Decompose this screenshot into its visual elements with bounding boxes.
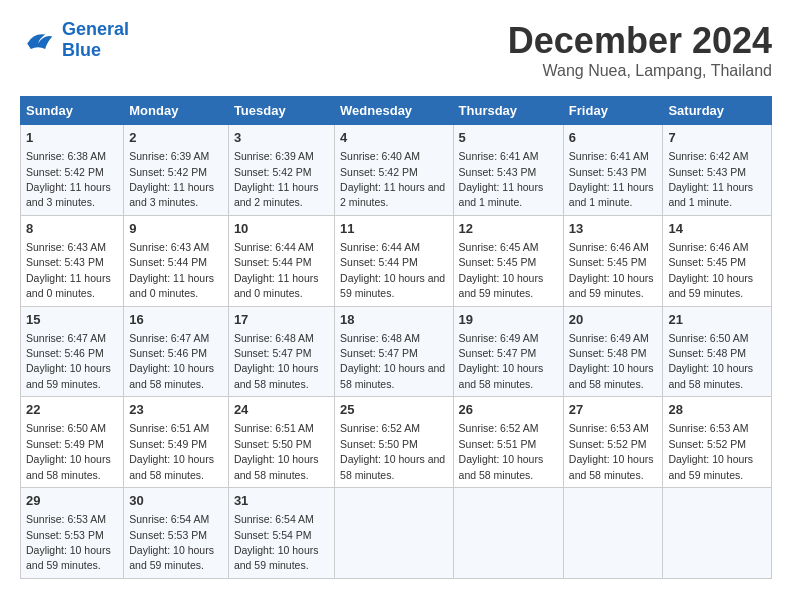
day-number: 6 [569,129,658,147]
calendar-cell [453,488,563,579]
sunrise-text: Sunrise: 6:54 AM [129,513,209,525]
daylight-text: Daylight: 10 hours and 58 minutes. [234,362,319,389]
day-number: 17 [234,311,329,329]
calendar-cell [563,488,663,579]
sunrise-text: Sunrise: 6:46 AM [668,241,748,253]
calendar-cell: 4 Sunrise: 6:40 AM Sunset: 5:42 PM Dayli… [335,125,453,216]
col-header-saturday: Saturday [663,97,772,125]
sunrise-text: Sunrise: 6:43 AM [129,241,209,253]
sunset-text: Sunset: 5:44 PM [234,256,312,268]
sunrise-text: Sunrise: 6:48 AM [234,332,314,344]
calendar-cell: 12 Sunrise: 6:45 AM Sunset: 5:45 PM Dayl… [453,215,563,306]
day-number: 22 [26,401,118,419]
calendar-cell: 8 Sunrise: 6:43 AM Sunset: 5:43 PM Dayli… [21,215,124,306]
page-header: General Blue December 2024 Wang Nuea, La… [20,20,772,80]
calendar-cell: 1 Sunrise: 6:38 AM Sunset: 5:42 PM Dayli… [21,125,124,216]
day-number: 16 [129,311,223,329]
daylight-text: Daylight: 10 hours and 59 minutes. [459,272,544,299]
calendar-cell: 19 Sunrise: 6:49 AM Sunset: 5:47 PM Dayl… [453,306,563,397]
sunrise-text: Sunrise: 6:53 AM [569,422,649,434]
calendar-cell: 5 Sunrise: 6:41 AM Sunset: 5:43 PM Dayli… [453,125,563,216]
day-number: 4 [340,129,447,147]
sunset-text: Sunset: 5:47 PM [234,347,312,359]
day-number: 23 [129,401,223,419]
daylight-text: Daylight: 10 hours and 58 minutes. [129,453,214,480]
calendar-cell [663,488,772,579]
logo-blue: Blue [62,40,129,61]
sunrise-text: Sunrise: 6:48 AM [340,332,420,344]
sunset-text: Sunset: 5:45 PM [668,256,746,268]
sunrise-text: Sunrise: 6:44 AM [234,241,314,253]
calendar-cell: 24 Sunrise: 6:51 AM Sunset: 5:50 PM Dayl… [228,397,334,488]
day-number: 12 [459,220,558,238]
day-number: 31 [234,492,329,510]
col-header-sunday: Sunday [21,97,124,125]
calendar-cell: 16 Sunrise: 6:47 AM Sunset: 5:46 PM Dayl… [124,306,229,397]
week-row-5: 29 Sunrise: 6:53 AM Sunset: 5:53 PM Dayl… [21,488,772,579]
logo: General Blue [20,20,129,61]
daylight-text: Daylight: 10 hours and 59 minutes. [234,544,319,571]
sunset-text: Sunset: 5:42 PM [129,166,207,178]
sunrise-text: Sunrise: 6:50 AM [668,332,748,344]
sunrise-text: Sunrise: 6:52 AM [340,422,420,434]
sunset-text: Sunset: 5:54 PM [234,529,312,541]
daylight-text: Daylight: 11 hours and 0 minutes. [26,272,111,299]
calendar-header-row: SundayMondayTuesdayWednesdayThursdayFrid… [21,97,772,125]
calendar-cell: 18 Sunrise: 6:48 AM Sunset: 5:47 PM Dayl… [335,306,453,397]
sunset-text: Sunset: 5:42 PM [26,166,104,178]
sunrise-text: Sunrise: 6:47 AM [26,332,106,344]
calendar-cell: 17 Sunrise: 6:48 AM Sunset: 5:47 PM Dayl… [228,306,334,397]
sunset-text: Sunset: 5:52 PM [569,438,647,450]
sunset-text: Sunset: 5:48 PM [569,347,647,359]
sunset-text: Sunset: 5:53 PM [129,529,207,541]
daylight-text: Daylight: 11 hours and 2 minutes. [340,181,445,208]
daylight-text: Daylight: 10 hours and 59 minutes. [569,272,654,299]
logo-text: General Blue [62,20,129,61]
calendar-cell: 10 Sunrise: 6:44 AM Sunset: 5:44 PM Dayl… [228,215,334,306]
day-number: 15 [26,311,118,329]
sunset-text: Sunset: 5:49 PM [129,438,207,450]
sunset-text: Sunset: 5:47 PM [340,347,418,359]
calendar-cell: 29 Sunrise: 6:53 AM Sunset: 5:53 PM Dayl… [21,488,124,579]
day-number: 11 [340,220,447,238]
calendar-cell: 11 Sunrise: 6:44 AM Sunset: 5:44 PM Dayl… [335,215,453,306]
day-number: 14 [668,220,766,238]
sunrise-text: Sunrise: 6:43 AM [26,241,106,253]
calendar-cell: 26 Sunrise: 6:52 AM Sunset: 5:51 PM Dayl… [453,397,563,488]
daylight-text: Daylight: 10 hours and 59 minutes. [129,544,214,571]
sunset-text: Sunset: 5:50 PM [234,438,312,450]
sunset-text: Sunset: 5:42 PM [340,166,418,178]
col-header-friday: Friday [563,97,663,125]
location-subtitle: Wang Nuea, Lampang, Thailand [508,62,772,80]
col-header-tuesday: Tuesday [228,97,334,125]
daylight-text: Daylight: 10 hours and 58 minutes. [668,362,753,389]
calendar-cell: 6 Sunrise: 6:41 AM Sunset: 5:43 PM Dayli… [563,125,663,216]
sunset-text: Sunset: 5:43 PM [26,256,104,268]
day-number: 26 [459,401,558,419]
daylight-text: Daylight: 10 hours and 59 minutes. [26,544,111,571]
day-number: 1 [26,129,118,147]
daylight-text: Daylight: 11 hours and 3 minutes. [129,181,214,208]
sunrise-text: Sunrise: 6:49 AM [569,332,649,344]
sunrise-text: Sunrise: 6:45 AM [459,241,539,253]
day-number: 5 [459,129,558,147]
calendar-cell: 25 Sunrise: 6:52 AM Sunset: 5:50 PM Dayl… [335,397,453,488]
day-number: 9 [129,220,223,238]
daylight-text: Daylight: 10 hours and 58 minutes. [459,362,544,389]
sunset-text: Sunset: 5:46 PM [129,347,207,359]
col-header-monday: Monday [124,97,229,125]
calendar-cell: 20 Sunrise: 6:49 AM Sunset: 5:48 PM Dayl… [563,306,663,397]
sunrise-text: Sunrise: 6:51 AM [234,422,314,434]
week-row-4: 22 Sunrise: 6:50 AM Sunset: 5:49 PM Dayl… [21,397,772,488]
sunset-text: Sunset: 5:46 PM [26,347,104,359]
calendar-cell: 3 Sunrise: 6:39 AM Sunset: 5:42 PM Dayli… [228,125,334,216]
sunset-text: Sunset: 5:47 PM [459,347,537,359]
daylight-text: Daylight: 11 hours and 2 minutes. [234,181,319,208]
sunset-text: Sunset: 5:44 PM [129,256,207,268]
day-number: 29 [26,492,118,510]
day-number: 27 [569,401,658,419]
daylight-text: Daylight: 10 hours and 59 minutes. [340,272,445,299]
daylight-text: Daylight: 10 hours and 59 minutes. [668,272,753,299]
sunrise-text: Sunrise: 6:54 AM [234,513,314,525]
calendar-cell: 21 Sunrise: 6:50 AM Sunset: 5:48 PM Dayl… [663,306,772,397]
